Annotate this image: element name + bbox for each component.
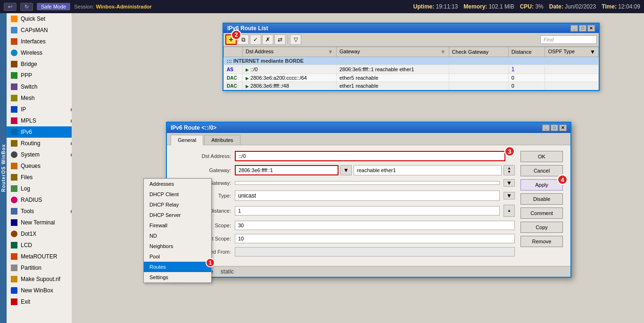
sidebar-item-files[interactable]: Files [7,172,78,183]
sidebar-item-exit[interactable]: Exit [7,296,78,307]
sidebar-item-switch[interactable]: Switch [7,81,78,92]
sidebar-item-bridge[interactable]: Bridge [7,58,78,70]
submenu-firewall[interactable]: Firewall [144,220,211,231]
submenu-dhcp-server[interactable]: DHCP Server [144,210,211,220]
sidebar-item-system[interactable]: System ▶ [7,149,78,160]
redo-button[interactable]: ↻ [20,3,33,11]
sidebar-item-metarouter[interactable]: MetaROUTER [7,251,78,262]
route-table: Dst Address ▼ Gateway ▼ Check Gateway Di… [223,47,599,90]
dialog-form: Dst Address: 3 Gateway: ▼ ▲ ▼ [174,151,515,260]
ipv6-icon [10,128,18,136]
sidebar-item-label: MPLS [21,117,36,124]
sidebar-item-make-supout[interactable]: Make Supout.rif [7,273,78,285]
sidebar-item-tools[interactable]: Tools ▶ [7,206,78,217]
route-list-toolbar: + 2 ⧉ ✓ ✗ ⇄ ▽ Find [223,33,599,47]
sidebar-item-ppp[interactable]: PPP [7,70,78,81]
step-badge-4: 4 [557,174,568,185]
sidebar-item-lcd[interactable]: LCD [7,240,78,251]
close-button[interactable]: ✕ [587,25,595,32]
scope-input[interactable] [235,221,515,230]
filter-button[interactable]: ▽ [290,34,301,45]
cancel-button[interactable]: Cancel [520,165,563,176]
received-from-input[interactable] [235,247,515,257]
system-icon [10,151,18,158]
gateway-right-input[interactable] [354,165,502,175]
tab-attributes[interactable]: Attributes [204,135,240,145]
col-distance: Distance [508,47,545,57]
safe-mode-button[interactable]: Safe Mode [37,3,70,10]
sidebar-item-capsman[interactable]: CAPsMAN [7,25,78,36]
sidebar-item-new-terminal[interactable]: New Terminal [7,217,78,228]
route-list-titlebar: IPv6 Route List _ □ ✕ [223,24,599,33]
uncheck-route-button[interactable]: ✗ [262,34,273,45]
distance-input[interactable] [235,206,500,215]
sidebar-item-label: Bridge [21,61,37,67]
route-ospf-cell [545,74,599,82]
target-scope-input[interactable] [235,234,515,243]
sidebar-item-quick-set[interactable]: Quick Set [7,13,78,25]
undo-button[interactable]: ↩ [4,3,17,11]
table-row[interactable]: AS ▶ ::/0 2806:3e6:ffff::1 reachable eth… [224,65,599,74]
table-row[interactable]: DAC ▶ 2806:3e6:a200:cccc::/64 ether5 rea… [224,74,599,82]
sidebar-item-wireless[interactable]: Wireless [7,47,78,58]
sidebar-item-new-winbox[interactable]: New WinBox [7,285,78,296]
sidebar-item-label: LCD [21,242,32,248]
session-info: Session: Winbox-Administrador [74,4,152,9]
dialog-window-controls: _ □ ✕ [542,124,567,131]
session-name: Winbox-Administrador [96,4,151,9]
tab-general[interactable]: General [171,135,203,145]
dst-address-input[interactable] [235,151,505,161]
sidebar-item-log[interactable]: Log [7,183,78,194]
sidebar-item-partition[interactable]: Partition [7,262,78,273]
distance-updown[interactable]: ▲ [504,205,515,217]
check-route-button[interactable]: ✓ [250,34,261,45]
ppp-icon [10,72,18,79]
disable-button[interactable]: Disable [520,193,563,205]
sidebar-item-interfaces[interactable]: Interfaces [7,36,78,47]
submenu-addresses[interactable]: Addresses [144,179,211,189]
route-gw-cell: ether1 reachable [336,82,449,90]
dialog-minimize-button[interactable]: _ [542,124,550,131]
dialog-maximize-button[interactable]: □ [551,124,558,131]
submenu-dhcp-relay[interactable]: DHCP Relay [144,199,211,210]
move-route-button[interactable]: ⇄ [274,34,286,45]
ok-button[interactable]: OK [520,151,563,162]
minimize-button[interactable]: _ [570,25,578,32]
copy-button[interactable]: Copy [520,222,563,233]
gateway-input[interactable] [235,165,339,175]
sidebar-item-dot1x[interactable]: Dot1X [7,228,78,240]
maximize-button[interactable]: □ [579,25,586,32]
submenu-settings[interactable]: Settings [144,272,211,282]
apply-button[interactable]: Apply [520,179,563,190]
type-select[interactable]: unicast [235,190,500,201]
sidebar-item-label: Mesh [21,95,34,101]
gateway-updown-button[interactable]: ▲ ▼ [504,165,515,175]
check-gateway-select[interactable] [235,181,500,185]
dialog-close-button[interactable]: ✕ [559,124,567,131]
sidebar-item-ip[interactable]: IP ▶ [7,104,78,115]
sidebar-item-label: CAPsMAN [21,27,48,33]
sidebar-item-ipv6[interactable]: IPv6 ▶ [7,126,78,138]
type-arrow[interactable]: ▼ [504,192,515,199]
sidebar-item-label: Quick Set [21,16,45,22]
time-stat: Time: 12:04:09 [602,3,640,10]
submenu-dhcp-client[interactable]: DHCP Client [144,189,211,199]
table-row[interactable]: DAC ▶ 2806:3e6:ffff::/48 ether1 reachabl… [224,82,599,90]
sidebar-item-routing[interactable]: Routing ▶ [7,138,78,149]
tab-bar: General Attributes [167,133,570,145]
sidebar-item-mesh[interactable]: Mesh [7,92,78,104]
submenu-pool[interactable]: Pool [144,251,211,262]
sidebar-item-queues[interactable]: Queues [7,160,78,172]
remove-button[interactable]: Remove [520,236,563,247]
sidebar-item-mpls[interactable]: MPLS ▶ [7,115,78,126]
submenu-routes[interactable]: Routes 1 [144,262,211,272]
submenu-neighbors[interactable]: Neighbors [144,241,211,251]
sidebar-item-radius[interactable]: RADIUS [7,194,78,206]
gateway-dropdown-button[interactable]: ▼ [340,165,352,175]
comment-button[interactable]: Comment [520,207,563,219]
find-input[interactable]: Find [540,35,597,44]
check-gateway-arrow[interactable]: ▼ [504,179,515,187]
route-type-cell: AS [224,65,243,74]
queues-icon [10,162,18,170]
submenu-nd[interactable]: ND [144,231,211,241]
